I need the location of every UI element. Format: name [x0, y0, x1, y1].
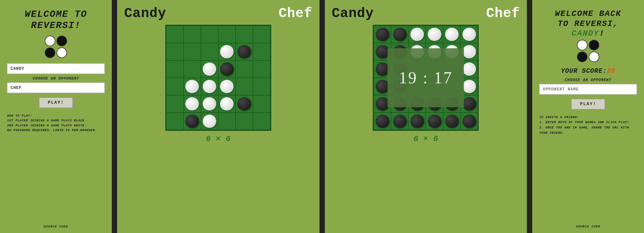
board-cell[interactable] [443, 26, 460, 43]
how-to-play-line-3: NO PASSWORD REQUIRED, LOGIN IS PER-BROWS… [7, 128, 105, 133]
black-piece [237, 45, 251, 59]
black-piece [376, 80, 389, 93]
board-cell[interactable] [236, 43, 253, 60]
opponent-name-input-right[interactable] [539, 84, 637, 95]
black-piece [428, 115, 441, 128]
white-piece [203, 115, 216, 128]
how-to-play-line-1: 1ST PLAYER JOINING A GAME PLAYS BLACK. [7, 118, 105, 123]
board-cell[interactable] [201, 78, 218, 95]
divider-3 [527, 0, 532, 233]
board-cell[interactable] [460, 113, 478, 130]
black-piece [376, 62, 389, 76]
board-container-1 [165, 25, 271, 131]
board-cell[interactable] [166, 113, 184, 130]
board-cell[interactable] [253, 95, 270, 113]
board-cell[interactable] [166, 26, 184, 43]
player-black-2: Candy [332, 6, 374, 21]
white-piece [462, 62, 476, 76]
game-panel-2: Candy Chef 19 : 17 6 × 6 [325, 0, 527, 233]
icon-cell-tr-r [589, 40, 599, 50]
white-piece [445, 28, 459, 41]
white-piece [203, 62, 216, 76]
board-cell[interactable] [253, 43, 270, 60]
how-to-play-line-2: 2ND PLAYER JOINING A GAME PLAYS WHITE. [7, 123, 105, 128]
board-cell[interactable] [426, 26, 443, 43]
board-cell[interactable] [460, 26, 478, 43]
source-code-link-right[interactable]: SOURCE CODE [576, 225, 600, 228]
board-cell[interactable] [184, 95, 201, 113]
player-white-2: Chef [486, 6, 520, 21]
board-cell[interactable] [166, 78, 184, 95]
black-piece [376, 28, 389, 41]
invite-line-1: 1. ENTER BOTH OF YOUR NAMES AND CLICK PL… [539, 120, 637, 125]
board-cell[interactable] [184, 113, 201, 130]
board-cell[interactable] [391, 113, 408, 130]
board-cell[interactable] [218, 60, 236, 78]
board-cell[interactable] [201, 60, 218, 78]
board-1[interactable] [165, 25, 271, 131]
game-header-1: Candy Chef [122, 6, 315, 21]
board-cell[interactable] [201, 95, 218, 113]
icon-cell-tl [45, 36, 55, 46]
board-cell[interactable] [201, 26, 218, 43]
player-name-input[interactable] [7, 63, 105, 74]
white-piece [220, 45, 234, 59]
welcome-back-title: WELCOME BACK TO REVERSI, CANDY! [555, 9, 621, 39]
board-cell[interactable] [374, 26, 391, 43]
game-panel-1: Candy Chef 6 × 6 [117, 0, 319, 233]
black-piece [376, 45, 389, 59]
board-cell[interactable] [236, 95, 253, 113]
welcome-title: WELCOME TO REVERSI! [25, 9, 87, 32]
divider-1 [112, 0, 117, 233]
board-cell[interactable] [374, 113, 391, 130]
score-overlay: 19 : 17 [387, 48, 464, 107]
white-piece [462, 80, 476, 93]
board-cell[interactable] [236, 113, 253, 130]
board-cell[interactable] [166, 60, 184, 78]
board-cell[interactable] [184, 26, 201, 43]
black-piece [237, 97, 251, 111]
board-cell[interactable] [236, 78, 253, 95]
board-cell[interactable] [201, 113, 218, 130]
board-cell[interactable] [184, 78, 201, 95]
board-size-1: 6 × 6 [206, 134, 231, 143]
board-cell[interactable] [166, 95, 184, 113]
icon-cell-tl-r [577, 40, 588, 50]
white-piece [220, 80, 234, 93]
board-cell[interactable] [218, 95, 236, 113]
board-cell[interactable] [236, 26, 253, 43]
board-cell[interactable] [253, 60, 270, 78]
icon-cell-bl-r [577, 52, 588, 62]
board-cell[interactable] [166, 43, 184, 60]
play-button[interactable]: PLAY! [39, 97, 73, 108]
white-piece [203, 97, 216, 111]
board-cell[interactable] [184, 43, 201, 60]
board-container-2: 19 : 17 [373, 25, 479, 131]
board-cell[interactable] [391, 26, 408, 43]
board-cell[interactable] [408, 26, 426, 43]
board-cell[interactable] [253, 78, 270, 95]
board-cell[interactable] [201, 43, 218, 60]
board-cell[interactable] [236, 60, 253, 78]
board-cell[interactable] [443, 113, 460, 130]
opponent-name-input[interactable] [7, 82, 105, 93]
board-cell[interactable] [218, 78, 236, 95]
score-value: 25 [607, 67, 615, 75]
player-white-1: Chef [279, 6, 312, 21]
white-piece [428, 28, 441, 41]
player-black-1: Candy [124, 6, 166, 21]
white-piece [410, 28, 424, 41]
board-cell[interactable] [218, 43, 236, 60]
board-cell[interactable] [253, 113, 270, 130]
board-cell[interactable] [218, 113, 236, 130]
board-cell[interactable] [184, 60, 201, 78]
board-cell[interactable] [253, 26, 270, 43]
play-button-right[interactable]: PLAY! [571, 99, 605, 110]
board-cell[interactable] [426, 113, 443, 130]
choose-opponent-label-right: CHOOSE AN OPPONENT [565, 78, 611, 82]
left-panel: WELCOME TO REVERSI! CHOOSE AN OPPONENT P… [0, 0, 112, 233]
source-code-link[interactable]: SOURCE CODE [44, 225, 68, 228]
black-piece [185, 115, 199, 128]
board-cell[interactable] [408, 113, 426, 130]
board-cell[interactable] [218, 26, 236, 43]
